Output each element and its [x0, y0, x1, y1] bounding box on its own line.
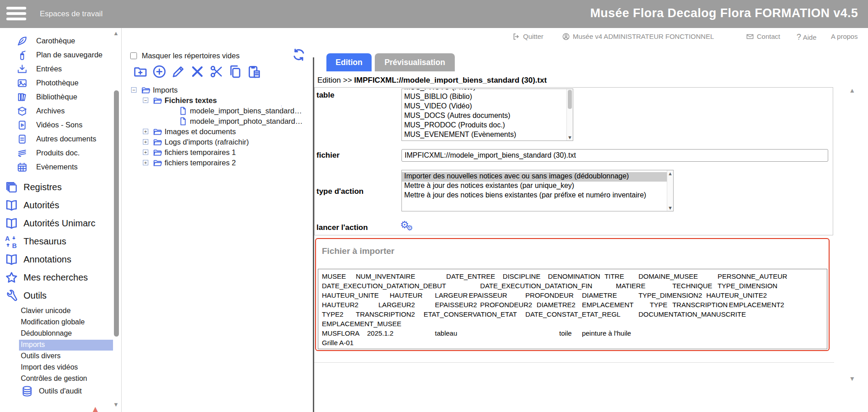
open-book-icon	[5, 216, 19, 230]
expand-icon[interactable]: +	[143, 160, 148, 165]
table-option[interactable]: MUS_VIDEO (Vidéo)	[402, 102, 566, 112]
folder-icon	[153, 127, 162, 136]
copy-icon[interactable]	[228, 64, 243, 79]
action-scroll-down-icon[interactable]: ▼	[668, 205, 673, 211]
sidebar-section-thesaurus[interactable]: ABThesaurus	[0, 233, 113, 251]
table-scroll-down-icon[interactable]: ▼	[567, 135, 572, 140]
open-book-icon	[5, 253, 19, 267]
sidebar-item-plan-de-sauvegarde[interactable]: Plan de sauvegarde	[0, 48, 113, 62]
refresh-icon[interactable]	[292, 48, 306, 61]
user-account-link[interactable]: Musée v4 ADMINISTRATEUR FONCTIONNEL	[562, 33, 714, 41]
main-content: Quitter Musée v4 ADMINISTRATEUR FONCTION…	[314, 28, 868, 412]
fichier-input[interactable]	[401, 149, 828, 162]
expand-icon[interactable]: +	[143, 150, 148, 155]
circle-plus-icon[interactable]	[152, 64, 167, 79]
tree-node-images-et-documents[interactable]: +Images et documents	[122, 126, 313, 137]
svg-text:A: A	[5, 235, 9, 242]
sidebar-section-annotations[interactable]: Annotations	[0, 251, 113, 269]
quitter-link[interactable]: Quitter	[512, 33, 543, 41]
sidebar-item-biblioth-que[interactable]: Bibliothèque	[0, 90, 113, 104]
registers-icon	[5, 180, 19, 194]
table-option[interactable]: MUS_BIBLIO (Biblio)	[402, 93, 566, 102]
preview-line: EMPLACEMENT_MUSEE	[322, 319, 823, 328]
expand-icon[interactable]: +	[143, 129, 148, 134]
sidebar-scrollbar-thumb[interactable]	[114, 90, 119, 337]
aide-link[interactable]: ?Aide	[797, 33, 816, 42]
sidebar-item-imports[interactable]: Imports	[19, 340, 113, 351]
sidebar-section-registres[interactable]: Registres	[0, 178, 113, 197]
table-field-label: table	[316, 91, 335, 100]
sidebar-item-caroth-que[interactable]: Carothèque	[0, 34, 113, 48]
pencil-icon[interactable]	[171, 64, 186, 79]
translate-icon: AB	[5, 234, 19, 248]
tree-node-logs-d-imports-rafraichir[interactable]: +Logs d'imports (rafraichir)	[122, 137, 313, 147]
main-scroll-up-icon[interactable]: ▲	[849, 87, 855, 94]
tree-node-fichiers-temporaires-1[interactable]: +fichiers temporaires 1	[122, 147, 313, 158]
table-option[interactable]: MUS_EVENEMENT (Evènements)	[402, 131, 566, 140]
tree-node-modele-import-photo-standard[interactable]: modele_import_photo_standard…	[122, 116, 313, 126]
tab-edition[interactable]: Edition	[326, 53, 372, 71]
sidebar-item-produits-doc-[interactable]: Produits doc.	[0, 146, 113, 160]
tree-toolbar	[133, 64, 266, 80]
sidebar-item-entr-es[interactable]: Entrées	[0, 62, 113, 76]
sidebar-section-autorit-s-unimarc[interactable]: Autorités Unimarc	[0, 215, 113, 233]
action-option[interactable]: Importer des nouvelles notices avec ou s…	[402, 172, 667, 182]
question-mark-icon: ?	[797, 33, 801, 42]
main-scroll-down-icon[interactable]: ▼	[849, 375, 855, 382]
tree-node-modele-import-biens-standard[interactable]: modele_import_biens_standard…	[122, 106, 313, 116]
sidebar-item-modification-globale[interactable]: Modification globale	[19, 317, 113, 328]
tab-previsualisation[interactable]: Prévisualisation	[375, 53, 455, 71]
user-icon	[562, 33, 570, 41]
image-icon	[16, 77, 28, 89]
sidebar-item-outils-audit[interactable]: Outils d'audit	[0, 385, 113, 398]
sidebar-section-mes-recherches[interactable]: Mes recherches	[0, 269, 113, 287]
sidebar-item-outils-divers[interactable]: Outils divers	[19, 351, 113, 362]
tree-node-imports[interactable]: −Imports	[122, 85, 313, 95]
run-action-gears-icon[interactable]: ⚙⚙	[400, 220, 418, 234]
delete-x-icon[interactable]	[190, 64, 205, 79]
sidebar-item-d-doublonnage[interactable]: Dédoublonnage	[19, 328, 113, 339]
folder-icon	[153, 148, 162, 157]
action-option[interactable]: Mettre à jour des notices biens existant…	[402, 191, 667, 201]
contact-link[interactable]: Contact	[746, 33, 780, 41]
star-icon	[5, 271, 19, 285]
sidebar-scroll-up-icon[interactable]: ▲	[113, 30, 119, 37]
sidebar-item-clavier-unicode[interactable]: Clavier unicode	[19, 306, 113, 317]
type-action-listbox[interactable]: Importer des nouvelles notices avec ou s…	[401, 170, 674, 211]
sidebar-item-autres-documents[interactable]: Autres documents	[0, 132, 113, 146]
tree-node-fichiers-textes[interactable]: −Fichiers textes	[122, 95, 313, 106]
action-option[interactable]: Mettre à jour des notices existantes (pa…	[402, 182, 667, 191]
tree-node-fichiers-temporaires-2[interactable]: +fichiers temporaires 2	[122, 158, 313, 168]
table-option[interactable]: MUS_PRODOC (Produits doc.)	[402, 121, 566, 131]
collapse-icon[interactable]: −	[143, 98, 148, 103]
scissors-icon[interactable]	[209, 64, 224, 79]
sidebar-item-ev-nements[interactable]: Evènements	[0, 160, 113, 174]
sidebar-item-import-des-vid-os[interactable]: Import des vidéos	[19, 362, 113, 373]
folder-plus-icon[interactable]	[133, 64, 148, 79]
expand-icon[interactable]: +	[143, 139, 148, 145]
flora-application-window: Espaces de travail Musée Flora Decalog F…	[0, 0, 868, 412]
hide-empty-folders-checkbox[interactable]	[130, 52, 137, 59]
collapse-icon[interactable]: −	[131, 87, 137, 93]
sidebar-section-autorit-s[interactable]: Autorités	[0, 197, 113, 215]
action-scroll-up-icon[interactable]: ▲	[668, 171, 673, 176]
tree-connector-line	[281, 105, 282, 123]
apropos-link[interactable]: A propos	[831, 33, 858, 40]
table-option[interactable]: MATIERE (Ressources)	[402, 140, 566, 141]
svg-text:B: B	[12, 242, 17, 248]
hamburger-menu-icon[interactable]	[6, 7, 26, 21]
table-scrollbar-thumb[interactable]	[568, 90, 572, 109]
calendar-icon	[16, 161, 28, 173]
table-listbox[interactable]: MUS_PHOTO (Photo)MUS_BIBLIO (Biblio)MUS_…	[401, 89, 573, 141]
extinguisher-icon	[16, 49, 28, 61]
table-option[interactable]: MUS_PHOTO (Photo)	[402, 89, 566, 93]
sidebar-item-archives[interactable]: Archives	[0, 104, 113, 118]
paste-icon[interactable]	[247, 64, 262, 79]
sidebar-section-outils[interactable]: Outils	[0, 287, 113, 305]
sidebar-item-phototh-que[interactable]: Photothèque	[0, 76, 113, 90]
sidebar-scroll-down-icon[interactable]: ▼	[113, 401, 119, 408]
table-option[interactable]: MUS_DOCS (Autres documents)	[402, 112, 566, 121]
scroll-up-red-icon[interactable]: ▲	[90, 404, 101, 412]
sidebar-item-vid-os-sons[interactable]: Vidéos - Sons	[0, 118, 113, 132]
sidebar-item-contr-les-de-gestion[interactable]: Contrôles de gestion	[19, 374, 113, 384]
